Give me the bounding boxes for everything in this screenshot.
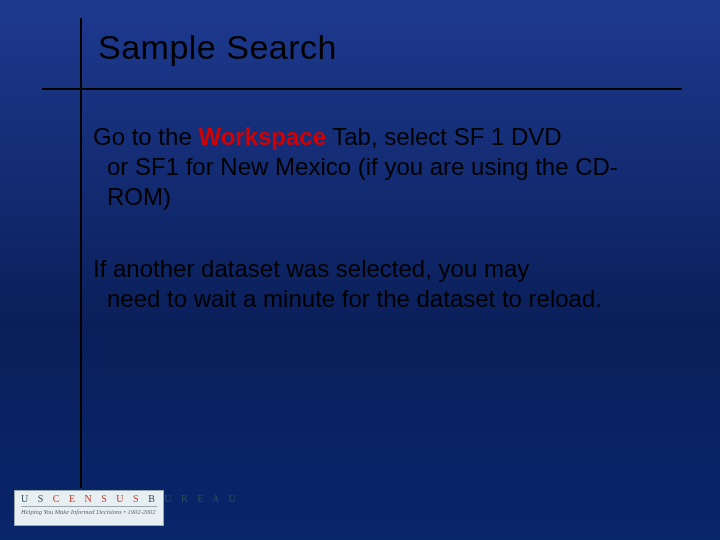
p1-tail-1: Tab, select SF 1 DVD xyxy=(326,123,562,150)
slide-body: Go to the Workspace Tab, select SF 1 DVD… xyxy=(93,122,653,356)
workspace-highlight: Workspace xyxy=(198,123,326,150)
census-bureau-logo: U S C E N S U S B U R E A U Helping You … xyxy=(14,490,164,526)
paragraph-2: If another dataset was selected, you may… xyxy=(93,254,653,314)
horizontal-rule xyxy=(42,88,682,90)
p2-line1: If another dataset was selected, you may xyxy=(93,255,529,282)
paragraph-1: Go to the Workspace Tab, select SF 1 DVD… xyxy=(93,122,653,212)
slide-title: Sample Search xyxy=(98,28,337,67)
logo-red: C E N S U S xyxy=(53,493,142,504)
slide: Sample Search Go to the Workspace Tab, s… xyxy=(0,0,720,540)
logo-divider xyxy=(21,506,157,507)
logo-post: B U R E A U xyxy=(142,493,239,504)
logo-tagline: Helping You Make Informed Decisions • 19… xyxy=(21,509,157,516)
logo-pre: U S xyxy=(21,493,53,504)
logo-top-line: U S C E N S U S B U R E A U xyxy=(21,494,157,504)
p1-rest: or SF1 for New Mexico (if you are using … xyxy=(93,152,653,212)
p2-rest: need to wait a minute for the dataset to… xyxy=(93,284,653,314)
p1-lead: Go to the xyxy=(93,123,198,150)
